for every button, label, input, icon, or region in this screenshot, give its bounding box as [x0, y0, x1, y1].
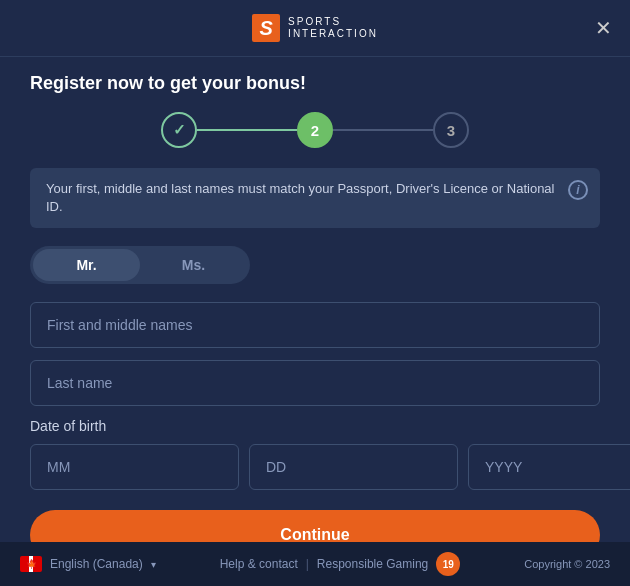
step-line-2	[333, 129, 433, 131]
ms-button[interactable]: Ms.	[140, 249, 247, 281]
info-box: Your first, middle and last names must m…	[30, 168, 600, 228]
copyright-text: Copyright © 2023	[524, 558, 610, 570]
help-link[interactable]: Help & contact	[220, 557, 298, 571]
main-content: Register now to get your bonus! ✓ 2 3 Yo…	[0, 57, 630, 580]
logo-icon: S	[252, 14, 280, 42]
mr-button[interactable]: Mr.	[33, 249, 140, 281]
footer-links: Help & contact | Responsible Gaming 19	[220, 552, 461, 576]
dob-yyyy-input[interactable]	[468, 444, 630, 490]
dob-dd-input[interactable]	[249, 444, 458, 490]
language-label: English (Canada)	[50, 557, 143, 571]
register-title: Register now to get your bonus!	[30, 73, 600, 94]
chevron-down-icon: ▾	[151, 559, 156, 570]
language-selector[interactable]: English (Canada) ▾	[20, 556, 156, 572]
logo-text: SPORTS INTERACTION	[288, 16, 378, 40]
canada-flag-icon	[20, 556, 42, 572]
step-3: 3	[433, 112, 469, 148]
dob-fields	[30, 444, 600, 490]
header: S SPORTS INTERACTION ✕	[0, 0, 630, 57]
step-2: 2	[297, 112, 333, 148]
info-icon[interactable]: i	[568, 180, 588, 200]
footer-divider: |	[306, 557, 309, 571]
dob-mm-input[interactable]	[30, 444, 239, 490]
gender-toggle: Mr. Ms.	[30, 246, 250, 284]
last-name-input[interactable]	[30, 360, 600, 406]
footer: English (Canada) ▾ Help & contact | Resp…	[0, 542, 630, 586]
age-badge: 19	[436, 552, 460, 576]
first-middle-names-input[interactable]	[30, 302, 600, 348]
step-1: ✓	[161, 112, 197, 148]
info-text: Your first, middle and last names must m…	[46, 181, 555, 214]
dob-label: Date of birth	[30, 418, 600, 434]
close-button[interactable]: ✕	[595, 16, 612, 40]
logo: S SPORTS INTERACTION	[252, 14, 378, 42]
step-line-1	[197, 129, 297, 131]
responsible-gaming-link[interactable]: Responsible Gaming	[317, 557, 428, 571]
progress-steps: ✓ 2 3	[30, 112, 600, 148]
